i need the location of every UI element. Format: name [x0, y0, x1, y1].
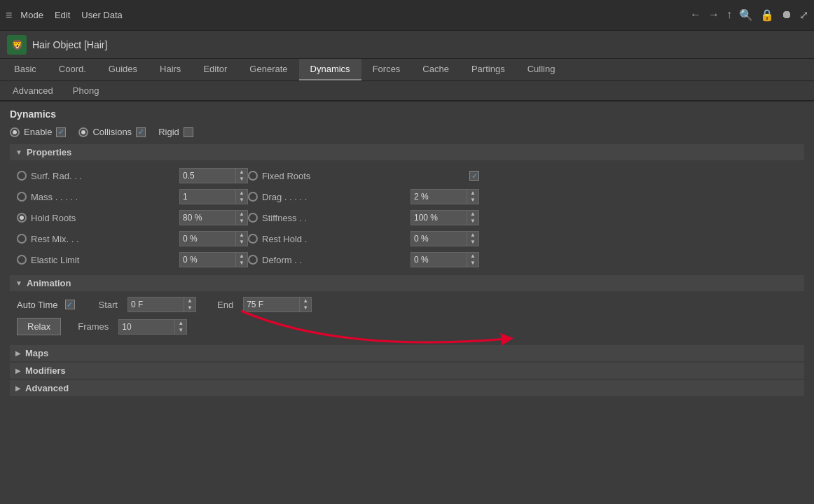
autotime-row: Auto Time Start ▲ ▼ End ▲ ▼: [17, 297, 797, 312]
tab-dynamics[interactable]: Dynamics: [299, 59, 361, 80]
mass-radio[interactable]: [17, 192, 27, 202]
holdroots-input[interactable]: [179, 210, 235, 225]
expand-icon[interactable]: ⤢: [799, 8, 808, 22]
fixedroots-radio[interactable]: [248, 171, 258, 181]
autotime-checkbox[interactable]: [65, 300, 75, 309]
mode-menu[interactable]: Mode: [20, 10, 43, 20]
tab-coord[interactable]: Coord.: [48, 59, 97, 80]
animation-label: Animation: [27, 278, 71, 288]
holdroots-radio[interactable]: [17, 213, 27, 223]
tab-culling[interactable]: Culling: [516, 59, 567, 80]
maps-group-header[interactable]: ▶ Maps: [10, 345, 804, 361]
elasticlimit-radio[interactable]: [17, 255, 27, 265]
resthold-input[interactable]: [411, 231, 467, 246]
deform-radio[interactable]: [248, 255, 258, 265]
frames-label: Frames: [78, 321, 109, 332]
tab-cache[interactable]: Cache: [411, 59, 460, 80]
surfrad-input[interactable]: [179, 168, 235, 183]
prop-right-drag: Drag . . . . . ▲ ▼: [248, 189, 479, 204]
search-icon[interactable]: 🔍: [739, 8, 753, 22]
tab-forces[interactable]: Forces: [361, 59, 412, 80]
record-icon[interactable]: ⏺: [781, 8, 792, 22]
restmix-input[interactable]: [179, 231, 235, 246]
start-input[interactable]: [127, 297, 184, 312]
relax-button[interactable]: Relax: [17, 318, 61, 335]
restmix-radio[interactable]: [17, 234, 27, 244]
prop-row-restmix: Rest Mix. . . ▲ ▼ Rest Hold .: [17, 229, 797, 248]
mass-down[interactable]: ▼: [236, 197, 247, 204]
stiffness-down[interactable]: ▼: [467, 218, 478, 225]
userdata-menu[interactable]: User Data: [81, 10, 123, 20]
tab-advanced[interactable]: Advanced: [3, 81, 63, 100]
end-down[interactable]: ▼: [300, 304, 311, 312]
end-spinbtns: ▲ ▼: [299, 297, 312, 312]
tab-phong[interactable]: Phong: [63, 81, 109, 100]
end-up[interactable]: ▲: [300, 298, 311, 304]
tab-basic[interactable]: Basic: [3, 59, 48, 80]
elasticlimit-up[interactable]: ▲: [236, 253, 247, 260]
frames-down[interactable]: ▼: [175, 327, 186, 334]
edit-menu[interactable]: Edit: [55, 10, 70, 20]
nav-forward-icon[interactable]: →: [708, 8, 719, 22]
resthold-up[interactable]: ▲: [467, 232, 478, 239]
stiffness-input[interactable]: [411, 210, 467, 225]
deform-down[interactable]: ▼: [467, 260, 478, 267]
dynamics-title: Dynamics: [10, 108, 804, 120]
deform-up[interactable]: ▲: [467, 253, 478, 260]
end-input[interactable]: [243, 297, 299, 312]
animation-group-header[interactable]: ▼ Animation: [10, 275, 804, 291]
properties-group-header[interactable]: ▼ Properties: [10, 144, 804, 160]
mass-spin: ▲ ▼: [179, 189, 248, 204]
mass-input[interactable]: [179, 189, 235, 204]
stiffness-radio[interactable]: [248, 213, 258, 223]
deform-input[interactable]: [411, 252, 467, 267]
nav-up-icon[interactable]: ↑: [726, 8, 732, 22]
resthold-down[interactable]: ▼: [467, 239, 478, 246]
modifiers-group-header[interactable]: ▶ Modifiers: [10, 363, 804, 379]
tab-hairs[interactable]: Hairs: [149, 59, 192, 80]
fixedroots-label: Fixed Roots: [262, 171, 465, 181]
lock-icon[interactable]: 🔒: [760, 8, 774, 22]
restmix-down[interactable]: ▼: [236, 239, 247, 246]
advanced-group-header[interactable]: ▶ Advanced: [10, 380, 804, 396]
enable-radio[interactable]: [10, 127, 20, 137]
tab-editor[interactable]: Editor: [192, 59, 238, 80]
elasticlimit-input[interactable]: [179, 252, 235, 267]
menu-icon[interactable]: ≡: [6, 9, 12, 22]
drag-down[interactable]: ▼: [467, 197, 478, 204]
object-icon: 🦁: [7, 35, 27, 55]
frames-up[interactable]: ▲: [175, 320, 186, 327]
resthold-radio[interactable]: [248, 234, 258, 244]
mass-up[interactable]: ▲: [236, 190, 247, 197]
start-spin: ▲ ▼: [127, 297, 196, 312]
start-down[interactable]: ▼: [184, 304, 195, 312]
holdroots-down[interactable]: ▼: [236, 218, 247, 225]
surfrad-up[interactable]: ▲: [236, 169, 247, 176]
frames-input[interactable]: [118, 319, 174, 335]
rigid-checkbox[interactable]: [184, 127, 193, 137]
surfrad-down[interactable]: ▼: [236, 176, 247, 183]
holdroots-up[interactable]: ▲: [236, 211, 247, 218]
start-label: Start: [99, 300, 118, 310]
drag-up[interactable]: ▲: [467, 190, 478, 197]
elasticlimit-down[interactable]: ▼: [236, 260, 247, 267]
surfrad-radio[interactable]: [17, 171, 27, 181]
restmix-up[interactable]: ▲: [236, 232, 247, 239]
fixedroots-checkbox[interactable]: [469, 171, 479, 181]
tab-generate[interactable]: Generate: [238, 59, 298, 80]
surfrad-spinbtns: ▲ ▼: [235, 168, 248, 183]
nav-back-icon[interactable]: ←: [690, 8, 701, 22]
stiffness-up[interactable]: ▲: [467, 211, 478, 218]
enable-checkbox[interactable]: [56, 127, 66, 137]
start-up[interactable]: ▲: [184, 298, 195, 304]
drag-radio[interactable]: [248, 192, 258, 202]
toolbar-right: ← → ↑ 🔍 🔒 ⏺ ⤢: [690, 8, 808, 22]
tab-guides[interactable]: Guides: [97, 59, 149, 80]
collisions-radio[interactable]: [78, 127, 88, 137]
end-label: End: [217, 300, 233, 310]
tab-partings[interactable]: Partings: [460, 59, 516, 80]
prop-row-mass: Mass . . . . . ▲ ▼ Drag . . . . .: [17, 187, 797, 206]
drag-input[interactable]: [411, 189, 467, 204]
collisions-checkbox[interactable]: [136, 127, 146, 137]
animation-group-content: Auto Time Start ▲ ▼ End ▲ ▼: [10, 293, 804, 345]
